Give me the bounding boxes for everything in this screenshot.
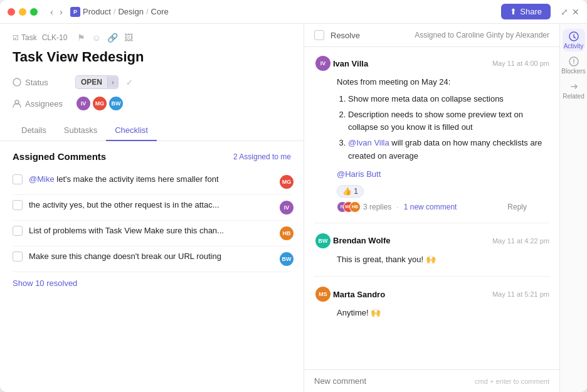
item-text-3: List of problems with Task View Make sur…	[29, 225, 272, 236]
comment-divider-2	[314, 276, 549, 277]
reaction-chip[interactable]: 👍 1	[337, 185, 364, 198]
list-item: @Mike let's make the activity items here…	[13, 169, 291, 195]
section-header: Assigned Comments 2 Assigned to me	[13, 151, 291, 162]
item-checkbox-3[interactable]	[13, 226, 23, 236]
back-button[interactable]: ‹	[48, 5, 56, 18]
task-type-text: Task	[21, 33, 37, 42]
show-resolved-button[interactable]: Show 10 resolved	[13, 272, 77, 288]
comment-avatar-brendan: BW	[314, 232, 332, 250]
task-type-label: ☑ Task	[13, 33, 37, 42]
reaction-bar: 👍 1	[314, 185, 549, 198]
new-comment-badge: 1 new comment	[404, 203, 457, 211]
comment-divider-1	[314, 223, 549, 223]
item-avatar-4: BW	[278, 251, 295, 267]
comment-header-brendan: BW Brendan Wolfe May 11 at 4:22 pm	[314, 232, 549, 250]
tab-subtasks[interactable]: Subtasks	[55, 120, 106, 141]
comment-body-ivan: Notes from meeting on May 24: Show more …	[314, 76, 549, 181]
breadcrumb-design[interactable]: Design	[118, 7, 143, 16]
link-button[interactable]: 🔗	[107, 33, 118, 43]
item-checkbox-1[interactable]	[13, 174, 23, 184]
status-text: OPEN	[76, 76, 107, 88]
avatar-1: IV	[75, 95, 92, 112]
status-badge: OPEN ›	[75, 75, 119, 89]
comment-author-brendan: Brendan Wolfe	[333, 236, 391, 245]
close-window-button[interactable]: ✕	[572, 7, 579, 17]
comment-list: Show more meta data on collapse sections…	[337, 93, 549, 163]
tab-details[interactable]: Details	[13, 120, 55, 141]
app-logo: P	[70, 7, 80, 17]
list-item: the activity yes, but the other request …	[13, 195, 291, 221]
item-avatar-1: MG	[278, 174, 295, 190]
activity-label: Activity	[564, 43, 584, 50]
breadcrumb-product[interactable]: Product	[83, 7, 111, 16]
sidebar-item-related[interactable]: Related	[563, 79, 585, 102]
resolve-checkbox[interactable]	[314, 30, 324, 40]
comment-header-marta: MS Marta Sandro May 11 at 5:21 pm	[314, 285, 549, 303]
reply-avatars: IV MG HB	[337, 201, 358, 213]
activity-panel: Resolve Assigned to Caroline Ginty by Al…	[304, 24, 587, 392]
new-comment-input[interactable]	[314, 376, 475, 386]
close-button[interactable]	[8, 8, 15, 16]
resolve-label[interactable]: Resolve	[331, 31, 360, 40]
item-checkbox-4[interactable]	[13, 252, 23, 262]
resolve-assigned: Assigned to Caroline Ginty by Alexander	[366, 31, 549, 40]
sidebar-item-blockers[interactable]: Blockers	[563, 54, 585, 77]
share-icon: ⬆	[510, 7, 517, 16]
comment-marta: MS Marta Sandro May 11 at 5:21 pm Anytim…	[314, 285, 549, 320]
emoji-button[interactable]: ☺	[92, 33, 100, 43]
item-checkbox-2[interactable]	[13, 200, 23, 210]
item-text-4: Make sure this change doesn't break our …	[29, 251, 272, 262]
task-meta: ☑ Task CLK-10 ⚑ ☺ 🔗 🖼	[13, 33, 291, 43]
list-item: @Ivan Villa will grab data on how many c…	[348, 137, 549, 163]
comment-author-marta: Marta Sandro	[333, 290, 385, 299]
avatar-3: BW	[108, 95, 124, 112]
app-window: ‹ › P Product / Design / Core ⬆ Share ⤢ …	[0, 0, 587, 392]
share-label: Share	[520, 7, 542, 16]
minimize-button[interactable]	[19, 8, 26, 16]
assignee-avatars: IV MG BW	[75, 95, 120, 112]
item-text-1: @Mike let's make the activity items here…	[29, 174, 272, 185]
assigned-to-me-badge[interactable]: 2 Assigned to me	[233, 152, 291, 161]
reply-button[interactable]: Reply	[507, 203, 527, 211]
task-id: CLK-10	[42, 33, 68, 42]
comment-time-marta: May 11 at 5:21 pm	[492, 290, 549, 298]
share-button[interactable]: ⬆ Share	[501, 4, 551, 19]
item-avatar-3: HB	[278, 225, 295, 241]
sidebar-item-activity[interactable]: Activity	[563, 29, 585, 51]
activity-icon	[569, 31, 579, 41]
list-item: List of problems with Task View Make sur…	[13, 221, 291, 246]
breadcrumb-core[interactable]: Core	[151, 7, 169, 16]
expand-button[interactable]: ⤢	[561, 7, 568, 17]
comment-author-ivan: Ivan Villa	[333, 59, 368, 68]
comment-header-ivan: IV Ivan Villa May 11 at 4:00 pm	[314, 55, 549, 72]
item-text-2: the activity yes, but the other request …	[29, 199, 272, 211]
section-title: Assigned Comments	[13, 151, 106, 162]
blockers-icon	[569, 56, 579, 66]
comment-time-ivan: May 11 at 4:00 pm	[492, 60, 549, 67]
comment-avatar-marta: MS	[314, 285, 332, 303]
checklist-content: Assigned Comments 2 Assigned to me @Mike…	[0, 141, 304, 392]
reply-avatar-3: HB	[349, 201, 361, 213]
status-dropdown-button[interactable]: ›	[107, 77, 118, 88]
comment-body-brendan: This is great, thank you! 🙌	[314, 253, 549, 267]
status-check-button[interactable]: ✓	[122, 76, 137, 89]
breadcrumb: P Product / Design / Core	[70, 7, 169, 17]
task-actions: ⚑ ☺ 🔗 🖼	[77, 33, 132, 43]
task-header: ☑ Task CLK-10 ⚑ ☺ 🔗 🖼 Task View Redesign	[0, 24, 304, 118]
traffic-lights	[8, 8, 38, 16]
resolve-bar: Resolve Assigned to Caroline Ginty by Al…	[304, 24, 559, 47]
forward-button[interactable]: ›	[57, 5, 65, 18]
svg-point-4	[573, 63, 574, 64]
image-button[interactable]: 🖼	[124, 33, 133, 43]
maximize-button[interactable]	[30, 8, 38, 16]
tab-checklist[interactable]: Checklist	[106, 120, 157, 141]
flag-button[interactable]: ⚑	[77, 33, 85, 43]
blockers-label: Blockers	[561, 68, 585, 75]
status-row: Status OPEN › ✓	[13, 75, 291, 89]
comment-avatar-ivan: IV	[314, 55, 332, 72]
comment-ivan: IV Ivan Villa May 11 at 4:00 pm Notes fr…	[314, 55, 549, 213]
status-value: OPEN › ✓	[75, 75, 137, 89]
item-avatar-2: IV	[278, 199, 295, 216]
comment-body-marta: Anytime! 🙌	[314, 307, 549, 320]
comment-time-brendan: May 11 at 4:22 pm	[492, 237, 549, 245]
